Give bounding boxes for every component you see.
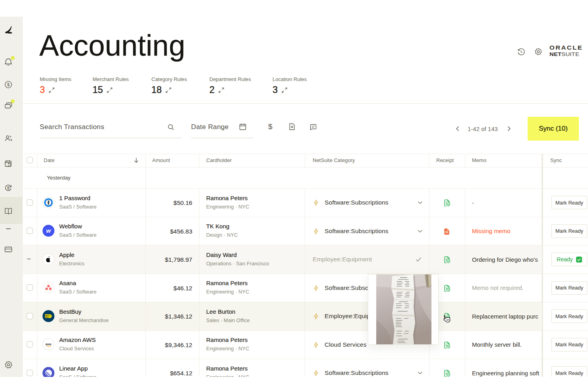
- svg-text:w: w: [46, 227, 51, 234]
- svg-text:aws: aws: [45, 342, 52, 346]
- svg-text:$: $: [7, 82, 10, 87]
- svg-text:$: $: [7, 185, 10, 190]
- svg-text:BUY.: BUY.: [45, 316, 49, 318]
